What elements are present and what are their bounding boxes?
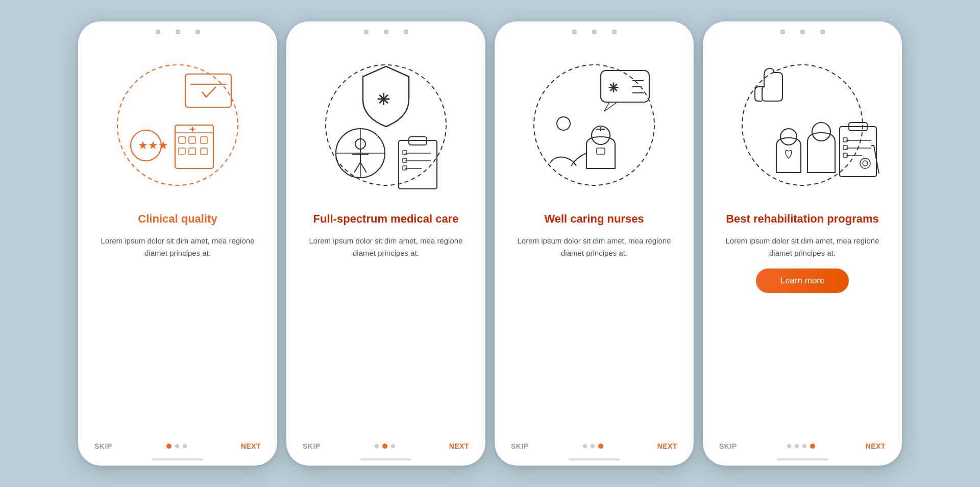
phone-dot [364, 30, 369, 34]
card-title-4: Best rehabilitation programs [726, 212, 879, 227]
svg-text:✳: ✳ [608, 81, 619, 94]
phones-container: ★★★ Clinical quality Lorem ipsum dolor s… [78, 21, 902, 466]
svg-point-59 [863, 161, 868, 166]
svg-rect-5 [175, 125, 213, 168]
phone-dot [404, 30, 408, 34]
skip-button-2[interactable]: SKIP [303, 442, 321, 450]
phone-1-content: Clinical quality Lorem ipsum dolor sit d… [78, 212, 277, 442]
phone-3: ✳ Well [495, 21, 694, 466]
svg-line-23 [354, 162, 360, 173]
svg-rect-12 [201, 148, 207, 155]
svg-rect-8 [189, 137, 195, 143]
svg-rect-32 [403, 166, 407, 170]
nav-dot [183, 444, 187, 448]
card-title-2: Full-spectrum medical care [313, 212, 459, 227]
nav-dot [787, 444, 791, 448]
svg-point-33 [534, 65, 654, 185]
phone-4: Best rehabilitation programs Lorem ipsum… [703, 21, 902, 466]
svg-rect-43 [597, 148, 605, 154]
phone-3-nav: SKIP NEXT [495, 442, 694, 456]
card-desc-2: Lorem ipsum dolor sit dim amet, mea regi… [301, 235, 471, 259]
phone-2-content: Full-spectrum medical care Lorem ipsum d… [286, 212, 485, 442]
nav-dot [175, 444, 179, 448]
illustration-2: ✳ [286, 38, 485, 212]
phone-top-3 [495, 21, 694, 38]
skip-button-3[interactable]: SKIP [511, 442, 529, 450]
svg-rect-53 [843, 138, 847, 142]
phone-dot [612, 30, 617, 34]
phone-2: ✳ [286, 21, 485, 466]
svg-marker-35 [604, 102, 617, 111]
card-desc-1: Lorem ipsum dolor sit dim amet, mea regi… [92, 235, 263, 259]
card-title-1: Clinical quality [138, 212, 217, 227]
phone-1-nav: SKIP NEXT [78, 442, 277, 456]
svg-line-24 [360, 162, 366, 173]
svg-rect-31 [403, 158, 407, 162]
next-button-1[interactable]: NEXT [241, 442, 261, 450]
nav-dot-active [598, 444, 603, 449]
phone-dot [572, 30, 577, 34]
phone-1: ★★★ Clinical quality Lorem ipsum dolor s… [78, 21, 277, 466]
phone-top-4 [703, 21, 902, 38]
nav-dot [795, 444, 799, 448]
phone-dot [820, 30, 825, 34]
phone-2-nav: SKIP NEXT [286, 442, 485, 456]
nav-dot-active [810, 444, 815, 449]
svg-rect-54 [843, 145, 847, 150]
next-button-2[interactable]: NEXT [449, 442, 469, 450]
svg-point-44 [557, 117, 570, 130]
nav-dot [375, 444, 379, 448]
phone-dot [195, 30, 200, 34]
nav-dot-active [382, 444, 387, 449]
phone-top-1 [78, 21, 277, 38]
illustration-1: ★★★ [78, 38, 277, 212]
skip-button-1[interactable]: SKIP [94, 442, 112, 450]
next-button-4[interactable]: NEXT [866, 442, 886, 450]
clinical-quality-icon: ★★★ [101, 46, 254, 204]
illustration-4 [703, 38, 902, 212]
home-indicator-2 [360, 458, 411, 460]
medical-care-icon: ✳ [309, 46, 462, 204]
phone-top-2 [286, 21, 485, 38]
phone-dot [780, 30, 785, 34]
rehab-icon [723, 46, 881, 204]
svg-point-58 [860, 158, 870, 168]
nav-dots-2 [375, 444, 395, 449]
svg-rect-7 [179, 137, 185, 143]
svg-point-47 [812, 123, 830, 141]
svg-rect-30 [403, 151, 407, 155]
nav-dot-active [166, 444, 172, 449]
illustration-3: ✳ [495, 38, 694, 212]
card-desc-3: Lorem ipsum dolor sit dim amet, mea regi… [509, 235, 679, 259]
svg-rect-10 [179, 148, 185, 155]
svg-rect-55 [843, 153, 847, 157]
nav-dot [591, 444, 595, 448]
nurses-icon: ✳ [515, 46, 673, 204]
next-button-3[interactable]: NEXT [657, 442, 677, 450]
home-indicator-3 [569, 458, 620, 460]
phone-dot [384, 30, 388, 34]
svg-rect-1 [185, 74, 231, 107]
phone-4-content: Best rehabilitation programs Lorem ipsum… [703, 212, 902, 442]
svg-point-15 [326, 65, 446, 185]
skip-button-4[interactable]: SKIP [719, 442, 737, 450]
phone-dot [176, 30, 180, 34]
svg-text:✳: ✳ [377, 91, 390, 108]
home-indicator-4 [777, 458, 828, 460]
nav-dots-3 [583, 444, 603, 449]
learn-more-button[interactable]: Learn more [756, 269, 849, 293]
svg-point-45 [742, 65, 863, 185]
nav-dots-1 [166, 444, 187, 449]
phone-dot [156, 30, 160, 34]
card-desc-4: Lorem ipsum dolor sit dim amet, mea regi… [717, 235, 888, 259]
svg-rect-11 [189, 148, 195, 155]
phone-dot [800, 30, 805, 34]
phone-dot [592, 30, 597, 34]
phone-4-nav: SKIP NEXT [703, 442, 902, 456]
home-indicator-1 [152, 458, 203, 460]
svg-point-46 [780, 129, 797, 145]
nav-dot [583, 444, 587, 448]
nav-dot [802, 444, 806, 448]
svg-rect-48 [840, 127, 876, 177]
svg-text:★★★: ★★★ [138, 139, 168, 152]
